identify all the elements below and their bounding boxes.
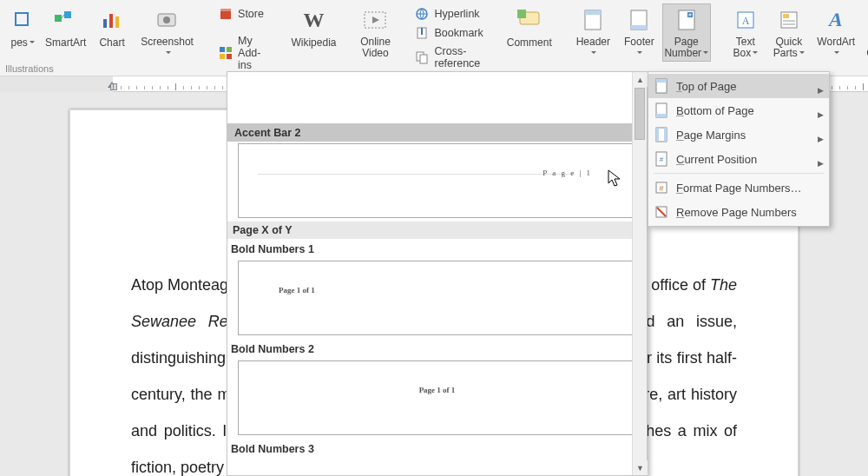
menu-bottom-of-page[interactable]: Bottom of Page — [648, 98, 829, 122]
header-button[interactable]: Header — [570, 3, 616, 62]
gallery-scrollbar[interactable]: ▲ ▼ — [632, 72, 647, 475]
gallery-category-page-x-of-y: Page X of Y — [227, 221, 647, 239]
scroll-thumb[interactable] — [635, 88, 645, 140]
scroll-up-arrow[interactable]: ▲ — [633, 72, 648, 87]
svg-rect-35 — [783, 23, 795, 25]
svg-marker-15 — [372, 17, 379, 23]
svg-rect-34 — [783, 20, 795, 22]
menu-page-margins[interactable]: Page Margins — [648, 122, 829, 147]
gallery-item-accent-bar-2[interactable]: P a g e | 1 — [238, 143, 636, 218]
gallery-sub-bold-numbers-3: Bold Numbers 3 — [227, 439, 647, 459]
page-number-gallery[interactable]: Accent Bar 2 P a g e | 1 Page X of Y Bol… — [227, 71, 648, 476]
ribbon-group-links: Hyperlink Bookmark Cross-reference — [404, 0, 493, 76]
svg-text:#: # — [659, 184, 663, 193]
svg-rect-45 — [656, 128, 659, 142]
gallery-category-accent-bar-2: Accent Bar 2 — [227, 124, 647, 142]
ribbon-group-text: Text A Text Box Quick Parts A WordArt A … — [720, 0, 868, 76]
ribbon-group-comments: Comment — [497, 0, 562, 76]
svg-rect-26 — [631, 25, 647, 30]
ribbon-group-addins: Store My Add-ins — [208, 0, 278, 76]
svg-rect-11 — [227, 47, 232, 52]
remove-icon — [654, 204, 669, 220]
svg-rect-1 — [55, 15, 62, 22]
svg-text:#: # — [660, 155, 664, 163]
page-top-icon — [654, 78, 669, 94]
hyperlink-button[interactable]: Hyperlink — [410, 5, 488, 23]
group-label-illustrations: Illustrations — [5, 63, 54, 74]
page-bottom-icon — [654, 102, 669, 118]
menu-remove-page-numbers[interactable]: Remove Page Numbers — [648, 200, 829, 224]
ribbon: Illustrations pes SmartArt Chart Screens… — [0, 0, 868, 76]
svg-rect-4 — [109, 14, 113, 28]
scroll-down-arrow[interactable]: ▼ — [633, 460, 648, 475]
svg-rect-43 — [656, 114, 667, 117]
svg-rect-2 — [64, 11, 71, 18]
gallery-item-bold-numbers-1[interactable]: Page 1 of 1 — [238, 261, 636, 335]
svg-rect-20 — [420, 55, 427, 63]
page-current-icon: # — [654, 151, 669, 167]
gallery-item-bold-numbers-2[interactable]: Page 1 of 1 — [238, 360, 636, 435]
my-addins-button[interactable]: My Add-ins — [214, 33, 273, 73]
online-video-button[interactable]: Online Video — [354, 3, 396, 62]
ribbon-group-media: Online Video — [349, 0, 401, 76]
svg-rect-22 — [517, 10, 526, 18]
smartart-button[interactable]: SmartArt — [42, 3, 89, 62]
quick-parts-button[interactable]: Quick Parts — [768, 3, 810, 62]
gallery-sub-bold-numbers-1: Bold Numbers 1 — [227, 239, 647, 259]
svg-rect-41 — [656, 79, 667, 83]
menu-format-page-numbers[interactable]: # Format Page Numbers… — [648, 175, 829, 200]
ribbon-group-illustrations: Illustrations pes SmartArt Chart Screens… — [0, 0, 205, 76]
footer-button[interactable]: Footer — [618, 3, 661, 62]
shapes-button[interactable]: pes — [5, 3, 40, 62]
bookmark-button[interactable]: Bookmark — [410, 24, 488, 42]
textbox-button[interactable]: A Text Box — [725, 3, 766, 62]
svg-point-7 — [163, 17, 170, 23]
page-margins-icon — [654, 127, 669, 142]
svg-text:A: A — [741, 15, 749, 27]
svg-rect-18 — [421, 28, 423, 35]
dropcap-button[interactable]: A Drop Cap — [863, 3, 868, 62]
svg-rect-46 — [664, 128, 667, 142]
page-number-button[interactable]: # Page Number — [662, 3, 711, 62]
store-button[interactable]: Store — [214, 5, 273, 23]
svg-rect-9 — [220, 9, 231, 11]
svg-rect-12 — [220, 54, 225, 59]
svg-rect-8 — [220, 11, 231, 19]
ribbon-group-wikipedia: W Wikipedia — [281, 0, 345, 76]
format-icon: # — [654, 180, 669, 195]
menu-top-of-page[interactable]: Top of Page — [648, 74, 829, 98]
svg-rect-13 — [227, 54, 232, 59]
screenshot-button[interactable]: Screenshot — [135, 3, 200, 62]
svg-rect-3 — [103, 19, 107, 28]
svg-rect-24 — [585, 10, 601, 15]
wikipedia-button[interactable]: W Wikipedia — [286, 3, 340, 62]
menu-current-position[interactable]: # Current Position — [648, 147, 829, 171]
wordart-button[interactable]: A WordArt — [812, 3, 861, 62]
chart-button[interactable]: Chart — [91, 3, 133, 62]
svg-rect-33 — [783, 14, 789, 18]
svg-rect-10 — [220, 47, 225, 52]
svg-rect-0 — [16, 13, 28, 25]
cross-reference-button[interactable]: Cross-reference — [410, 43, 488, 71]
gallery-sub-bold-numbers-2: Bold Numbers 2 — [227, 339, 647, 359]
ribbon-group-header-footer: Header Footer # Page Number — [565, 0, 716, 76]
svg-rect-5 — [115, 17, 119, 28]
page-number-menu: Top of Page Bottom of Page Page Margins … — [648, 71, 830, 227]
gallery-preview-prior[interactable] — [227, 72, 647, 124]
comment-button[interactable]: Comment — [503, 3, 556, 62]
